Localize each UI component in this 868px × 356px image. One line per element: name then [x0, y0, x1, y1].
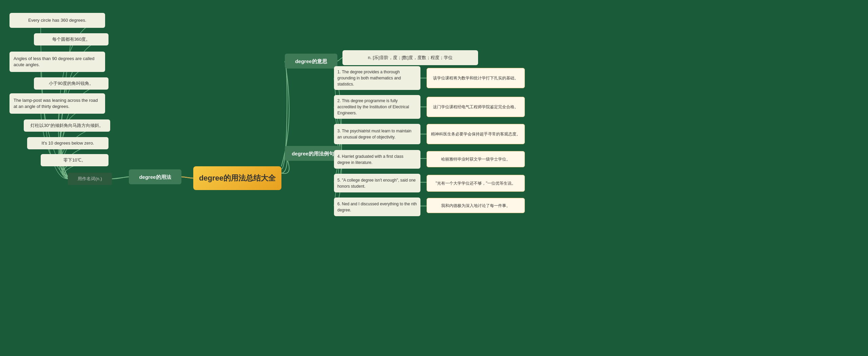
- leaf-ll3: Angles of less than 90 degrees are calle…: [9, 52, 105, 72]
- example-5-en: 5. "A college degree isn't enough", said…: [334, 174, 420, 192]
- usage-node: degree的用法: [129, 169, 181, 184]
- leaf-ll2: 每个圆都有360度。: [34, 33, 108, 45]
- mindmap-container: degree的用法总结大全 degree的用法 用作名词(n.) Every c…: [0, 0, 868, 356]
- example-5-zh: "光有一个大学学位还不够，"一位优等生说。: [427, 175, 525, 192]
- example-1-en: 1. The degree provides a thorough ground…: [334, 66, 420, 90]
- svg-line-2: [337, 58, 342, 61]
- meaning-title-node: degree的意思: [285, 54, 337, 69]
- meaning-def-node: n. [乐]音阶，度；[数]度，度数；程度；学位: [342, 50, 478, 65]
- central-node: degree的用法总结大全: [193, 166, 281, 190]
- example-6-zh: 我和内德极为深入地讨论了每一件事。: [427, 198, 525, 213]
- leaf-ll7: It's 10 degrees below zero.: [27, 137, 108, 149]
- leaf-ll6: 灯柱以30°的倾斜角向马路方向倾斜。: [24, 119, 110, 132]
- example-3-en: 3. The psychiatrist must learn to mainta…: [334, 124, 420, 144]
- example-3-zh: 精神科医生务必要学会保持超乎寻常的客观态度。: [427, 124, 525, 144]
- noun-node: 用作名词(n.): [68, 173, 112, 185]
- example-2-zh: 这门学位课程经电气工程师学院鉴定完全合格。: [427, 97, 525, 117]
- examples-title-node: degree的用法例句: [285, 146, 341, 161]
- example-4-zh: 哈丽雅特毕业时获文学一级学士学位。: [427, 151, 525, 167]
- svg-line-1: [181, 177, 193, 178]
- leaf-ll5: The lamp-post was leaning across the roa…: [9, 93, 105, 114]
- leaf-ll4: 小于90度的角叫锐角。: [34, 77, 108, 90]
- leaf-ll8: 零下10℃。: [41, 154, 108, 166]
- svg-line-0: [181, 177, 193, 178]
- example-2-en: 2. This degree programme is fully accred…: [334, 95, 420, 119]
- example-4-en: 4. Harriet graduated with a first class …: [334, 150, 420, 169]
- example-6-en: 6. Ned and I discussed everything to the…: [334, 198, 420, 216]
- example-1-zh: 该学位课程将为数学和统计学打下扎实的基础。: [427, 68, 525, 88]
- leaf-ll1: Every circle has 360 degrees.: [9, 13, 105, 28]
